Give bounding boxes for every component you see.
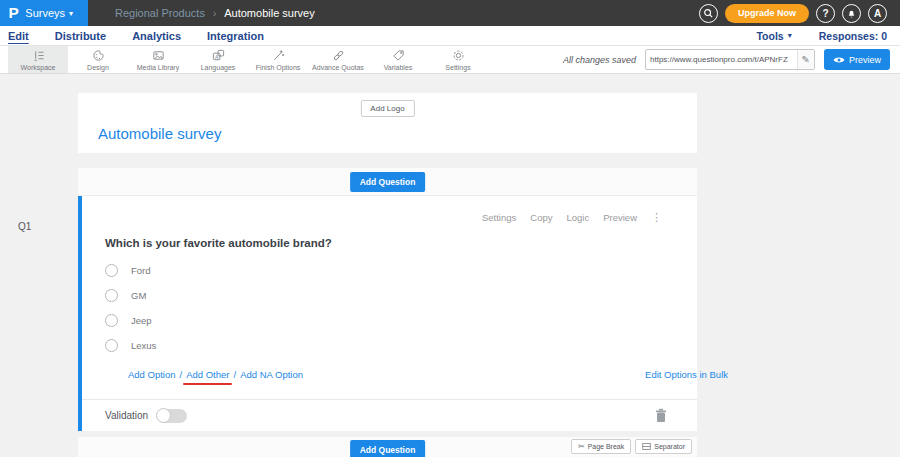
avatar[interactable]: A xyxy=(868,4,887,23)
delete-question-button[interactable] xyxy=(655,408,667,426)
variables-icon xyxy=(392,49,405,62)
question-copy-link[interactable]: Copy xyxy=(530,212,552,223)
question-card: Settings Copy Logic Preview ⋮ Which is y… xyxy=(78,196,697,431)
option-row: Ford xyxy=(105,258,697,283)
tab-distribute[interactable]: Distribute xyxy=(55,30,106,42)
radio-button-icon[interactable] xyxy=(105,339,118,352)
toolbar-item-workspace[interactable]: Workspace xyxy=(8,46,68,73)
toolbar-item-label: Workspace xyxy=(21,64,56,71)
add-question-button-bottom[interactable]: Add Question xyxy=(350,440,426,457)
add-question-strip-top: Add Question xyxy=(78,168,697,196)
survey-nav: Edit Distribute Analytics Integration To… xyxy=(0,26,900,46)
tab-analytics[interactable]: Analytics xyxy=(132,30,181,42)
add-option-link[interactable]: Add Option xyxy=(128,369,176,380)
responses-count[interactable]: Responses: 0 xyxy=(819,30,887,42)
edit-options-in-bulk-link[interactable]: Edit Options in Bulk xyxy=(645,369,728,380)
app-menu[interactable]: P Surveys ▾ xyxy=(0,0,88,26)
edit-url-button[interactable]: ✎ xyxy=(797,50,814,69)
tools-menu[interactable]: Tools ▾ xyxy=(756,30,791,42)
toolbar-item-design[interactable]: Design xyxy=(68,46,128,73)
toolbar-item-label: Languages xyxy=(201,64,236,71)
search-button[interactable] xyxy=(699,4,718,23)
add-na-option-link[interactable]: Add NA Option xyxy=(240,369,303,380)
app-menu-label[interactable]: Surveys xyxy=(25,7,65,19)
add-question-strip-bottom: Add Question ✂ Page Break Separator xyxy=(78,437,697,457)
breadcrumb: Regional Products › Automobile survey xyxy=(115,7,315,19)
option-label[interactable]: GM xyxy=(131,290,146,301)
questionpro-logo-icon: P xyxy=(9,5,19,21)
survey-url-box: ✎ xyxy=(645,49,815,70)
toolbar-item-label: Finish Options xyxy=(256,64,301,71)
toolbar-item-label: Settings xyxy=(445,64,470,71)
question-logic-link[interactable]: Logic xyxy=(566,212,589,223)
validation-label: Validation xyxy=(105,410,148,421)
separator-button[interactable]: Separator xyxy=(635,439,692,454)
option-label[interactable]: Jeep xyxy=(131,315,152,326)
toolbar-item-advance-quotas[interactable]: Advance Quotas xyxy=(308,46,368,73)
breadcrumb-parent[interactable]: Regional Products xyxy=(115,7,205,19)
option-row: Lexus xyxy=(105,333,697,358)
separator-label: Separator xyxy=(654,443,685,450)
toolbar-item-media-library[interactable]: Media Library xyxy=(128,46,188,73)
radio-button-icon[interactable] xyxy=(105,314,118,327)
question-more-menu-icon[interactable]: ⋮ xyxy=(651,211,662,224)
toolbar-item-label: Media Library xyxy=(137,64,179,71)
breadcrumb-separator-icon: › xyxy=(213,8,216,19)
save-status: All changes saved xyxy=(563,55,636,65)
toolbar-item-label: Design xyxy=(87,64,109,71)
svg-text:A: A xyxy=(214,53,218,59)
tab-integration[interactable]: Integration xyxy=(207,30,264,42)
preview-button[interactable]: Preview xyxy=(824,49,890,70)
tab-edit[interactable]: Edit xyxy=(8,30,29,42)
trash-icon xyxy=(655,408,667,423)
toolbar-item-settings[interactable]: Settings xyxy=(428,46,488,73)
upgrade-now-button[interactable]: Upgrade Now xyxy=(725,4,809,23)
add-logo-button[interactable]: Add Logo xyxy=(360,100,414,117)
breadcrumb-current: Automobile survey xyxy=(224,7,315,19)
pencil-icon: ✎ xyxy=(802,54,810,65)
survey-header-card: Add Logo Automobile survey xyxy=(78,93,697,153)
add-other-link[interactable]: Add Other xyxy=(186,369,229,380)
eye-icon xyxy=(833,56,845,64)
option-row: Jeep xyxy=(105,308,697,333)
toggle-knob[interactable] xyxy=(156,408,171,423)
help-button[interactable]: ? xyxy=(816,4,835,23)
finish-options-icon xyxy=(272,49,285,62)
toolbar-item-languages[interactable]: A Languages xyxy=(188,46,248,73)
toolbar-item-variables[interactable]: Variables xyxy=(368,46,428,73)
option-label[interactable]: Ford xyxy=(131,265,151,276)
bell-icon xyxy=(846,8,857,19)
top-bar: P Surveys ▾ Regional Products › Automobi… xyxy=(0,0,900,26)
radio-button-icon[interactable] xyxy=(105,289,118,302)
tools-label[interactable]: Tools xyxy=(756,30,783,42)
add-other-highlighted: Add Other xyxy=(186,369,229,380)
notifications-button[interactable] xyxy=(842,4,861,23)
option-row: GM xyxy=(105,283,697,308)
validation-row: Validation xyxy=(82,399,697,431)
page-break-label: Page Break xyxy=(588,443,625,450)
survey-title[interactable]: Automobile survey xyxy=(98,125,221,142)
toolbar-item-finish-options[interactable]: Finish Options xyxy=(248,46,308,73)
separator-icon xyxy=(642,442,651,451)
media-library-icon xyxy=(152,49,165,62)
survey-url-input[interactable] xyxy=(646,55,797,64)
add-question-button-top[interactable]: Add Question xyxy=(350,172,426,192)
scissors-icon: ✂ xyxy=(578,442,585,451)
chevron-down-icon: ▾ xyxy=(788,31,792,40)
chevron-down-icon: ▾ xyxy=(69,9,73,18)
toolbar-item-label: Advance Quotas xyxy=(312,64,364,71)
radio-button-icon[interactable] xyxy=(105,264,118,277)
add-link-separator: / xyxy=(180,369,183,380)
answer-options: Ford GM Jeep Lexus xyxy=(105,258,697,358)
question-section: Add Question Settings Copy Logic Preview… xyxy=(78,168,697,431)
workspace-icon xyxy=(32,49,45,62)
question-preview-link[interactable]: Preview xyxy=(603,212,637,223)
validation-toggle[interactable] xyxy=(157,409,187,423)
design-icon xyxy=(92,49,105,62)
question-settings-link[interactable]: Settings xyxy=(482,212,516,223)
question-text[interactable]: Which is your favorite automobile brand? xyxy=(105,237,697,249)
option-label[interactable]: Lexus xyxy=(131,340,156,351)
page-break-button[interactable]: ✂ Page Break xyxy=(571,439,631,454)
question-number: Q1 xyxy=(18,221,31,232)
languages-icon: A xyxy=(212,49,225,62)
